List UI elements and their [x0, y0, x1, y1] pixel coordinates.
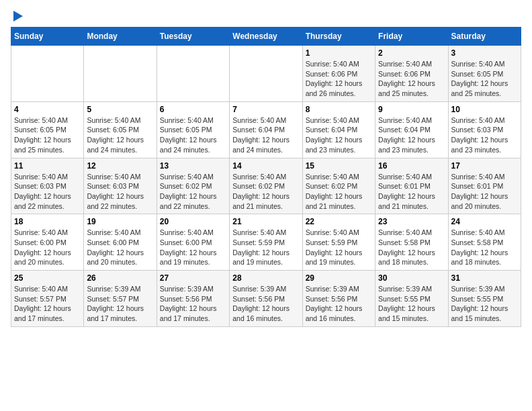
day-detail: Sunrise: 5:40 AM Sunset: 6:02 PM Dayligh…	[160, 172, 226, 212]
day-number: 7	[232, 105, 299, 114]
day-number: 8	[306, 105, 372, 114]
day-cell: 29Sunrise: 5:39 AM Sunset: 5:56 PM Dayli…	[302, 271, 375, 327]
day-detail: Sunrise: 5:40 AM Sunset: 6:03 PM Dayligh…	[451, 116, 518, 155]
day-number: 25	[14, 273, 81, 283]
day-cell: 16Sunrise: 5:40 AM Sunset: 6:01 PM Dayli…	[375, 158, 448, 214]
day-cell: 3Sunrise: 5:40 AM Sunset: 6:05 PM Daylig…	[448, 46, 521, 102]
day-number: 20	[160, 217, 226, 226]
header	[11, 11, 521, 21]
day-cell: 30Sunrise: 5:39 AM Sunset: 5:55 PM Dayli…	[375, 271, 448, 327]
day-cell	[84, 46, 157, 102]
day-detail: Sunrise: 5:40 AM Sunset: 6:06 PM Dayligh…	[378, 59, 445, 99]
day-number: 23	[378, 217, 445, 226]
day-number: 31	[451, 273, 518, 283]
day-number: 13	[160, 161, 226, 171]
day-detail: Sunrise: 5:39 AM Sunset: 5:55 PM Dayligh…	[378, 284, 445, 324]
day-detail: Sunrise: 5:40 AM Sunset: 6:05 PM Dayligh…	[160, 116, 226, 155]
day-header-wednesday: Wednesday	[230, 28, 302, 46]
day-cell: 13Sunrise: 5:40 AM Sunset: 6:02 PM Dayli…	[157, 158, 229, 214]
day-cell: 28Sunrise: 5:39 AM Sunset: 5:56 PM Dayli…	[230, 271, 302, 327]
day-detail: Sunrise: 5:40 AM Sunset: 6:05 PM Dayligh…	[14, 116, 81, 155]
day-cell: 5Sunrise: 5:40 AM Sunset: 6:05 PM Daylig…	[84, 101, 157, 158]
day-detail: Sunrise: 5:39 AM Sunset: 5:56 PM Dayligh…	[306, 284, 372, 324]
week-row-1: 1Sunrise: 5:40 AM Sunset: 6:06 PM Daylig…	[11, 46, 521, 102]
day-detail: Sunrise: 5:40 AM Sunset: 5:58 PM Dayligh…	[451, 228, 518, 267]
day-detail: Sunrise: 5:39 AM Sunset: 5:56 PM Dayligh…	[160, 284, 226, 324]
day-detail: Sunrise: 5:40 AM Sunset: 6:02 PM Dayligh…	[232, 172, 299, 212]
day-number: 21	[232, 217, 299, 226]
day-number: 27	[160, 273, 226, 283]
week-row-3: 11Sunrise: 5:40 AM Sunset: 6:03 PM Dayli…	[11, 158, 521, 214]
day-cell: 10Sunrise: 5:40 AM Sunset: 6:03 PM Dayli…	[448, 101, 521, 158]
day-cell: 15Sunrise: 5:40 AM Sunset: 6:02 PM Dayli…	[302, 158, 375, 214]
day-detail: Sunrise: 5:40 AM Sunset: 6:05 PM Dayligh…	[87, 116, 153, 155]
day-number: 15	[306, 161, 372, 171]
day-detail: Sunrise: 5:40 AM Sunset: 6:03 PM Dayligh…	[87, 172, 153, 212]
day-cell: 8Sunrise: 5:40 AM Sunset: 6:04 PM Daylig…	[302, 101, 375, 158]
logo	[11, 11, 23, 21]
day-detail: Sunrise: 5:40 AM Sunset: 6:02 PM Dayligh…	[306, 172, 372, 212]
day-number: 14	[232, 161, 299, 171]
day-cell: 26Sunrise: 5:39 AM Sunset: 5:57 PM Dayli…	[84, 271, 157, 327]
day-detail: Sunrise: 5:40 AM Sunset: 6:04 PM Dayligh…	[378, 116, 445, 155]
day-cell: 23Sunrise: 5:40 AM Sunset: 5:58 PM Dayli…	[375, 214, 448, 271]
day-detail: Sunrise: 5:40 AM Sunset: 5:57 PM Dayligh…	[14, 284, 81, 324]
week-row-4: 18Sunrise: 5:40 AM Sunset: 6:00 PM Dayli…	[11, 214, 521, 271]
day-detail: Sunrise: 5:40 AM Sunset: 6:01 PM Dayligh…	[451, 172, 518, 212]
day-detail: Sunrise: 5:39 AM Sunset: 5:56 PM Dayligh…	[232, 284, 299, 324]
day-cell: 31Sunrise: 5:39 AM Sunset: 5:55 PM Dayli…	[448, 271, 521, 327]
day-cell: 24Sunrise: 5:40 AM Sunset: 5:58 PM Dayli…	[448, 214, 521, 271]
day-number: 3	[451, 48, 518, 58]
week-row-5: 25Sunrise: 5:40 AM Sunset: 5:57 PM Dayli…	[11, 271, 521, 327]
day-number: 29	[306, 273, 372, 283]
day-cell: 11Sunrise: 5:40 AM Sunset: 6:03 PM Dayli…	[11, 158, 84, 214]
day-number: 9	[378, 105, 445, 114]
day-number: 10	[451, 105, 518, 114]
day-number: 1	[306, 48, 372, 58]
day-number: 5	[87, 105, 153, 114]
day-detail: Sunrise: 5:40 AM Sunset: 6:00 PM Dayligh…	[14, 228, 81, 267]
day-cell	[11, 46, 84, 102]
day-header-tuesday: Tuesday	[157, 28, 229, 46]
day-number: 22	[306, 217, 372, 226]
day-cell: 22Sunrise: 5:40 AM Sunset: 5:59 PM Dayli…	[302, 214, 375, 271]
day-header-saturday: Saturday	[448, 28, 521, 46]
day-detail: Sunrise: 5:40 AM Sunset: 6:06 PM Dayligh…	[306, 59, 372, 99]
day-cell: 19Sunrise: 5:40 AM Sunset: 6:00 PM Dayli…	[84, 214, 157, 271]
day-cell: 14Sunrise: 5:40 AM Sunset: 6:02 PM Dayli…	[230, 158, 302, 214]
logo-arrow-icon	[13, 11, 23, 21]
day-detail: Sunrise: 5:40 AM Sunset: 5:59 PM Dayligh…	[232, 228, 299, 267]
day-cell: 2Sunrise: 5:40 AM Sunset: 6:06 PM Daylig…	[375, 46, 448, 102]
day-header-sunday: Sunday	[11, 28, 84, 46]
day-cell: 6Sunrise: 5:40 AM Sunset: 6:05 PM Daylig…	[157, 101, 229, 158]
calendar-body: 1Sunrise: 5:40 AM Sunset: 6:06 PM Daylig…	[11, 46, 521, 327]
day-cell: 25Sunrise: 5:40 AM Sunset: 5:57 PM Dayli…	[11, 271, 84, 327]
day-cell: 18Sunrise: 5:40 AM Sunset: 6:00 PM Dayli…	[11, 214, 84, 271]
day-detail: Sunrise: 5:40 AM Sunset: 6:01 PM Dayligh…	[378, 172, 445, 212]
day-header-friday: Friday	[375, 28, 448, 46]
day-number: 6	[160, 105, 226, 114]
day-number: 26	[87, 273, 153, 283]
day-detail: Sunrise: 5:40 AM Sunset: 6:00 PM Dayligh…	[160, 228, 226, 267]
day-number: 28	[232, 273, 299, 283]
day-number: 24	[451, 217, 518, 226]
day-header-row: SundayMondayTuesdayWednesdayThursdayFrid…	[11, 28, 521, 46]
day-number: 11	[14, 161, 81, 171]
day-cell: 27Sunrise: 5:39 AM Sunset: 5:56 PM Dayli…	[157, 271, 229, 327]
day-detail: Sunrise: 5:40 AM Sunset: 6:04 PM Dayligh…	[306, 116, 372, 155]
day-cell	[230, 46, 302, 102]
day-number: 2	[378, 48, 445, 58]
day-detail: Sunrise: 5:40 AM Sunset: 5:59 PM Dayligh…	[306, 228, 372, 267]
day-cell: 4Sunrise: 5:40 AM Sunset: 6:05 PM Daylig…	[11, 101, 84, 158]
day-number: 18	[14, 217, 81, 226]
week-row-2: 4Sunrise: 5:40 AM Sunset: 6:05 PM Daylig…	[11, 101, 521, 158]
day-cell: 7Sunrise: 5:40 AM Sunset: 6:04 PM Daylig…	[230, 101, 302, 158]
day-detail: Sunrise: 5:39 AM Sunset: 5:55 PM Dayligh…	[451, 284, 518, 324]
day-detail: Sunrise: 5:40 AM Sunset: 6:00 PM Dayligh…	[87, 228, 153, 267]
day-number: 30	[378, 273, 445, 283]
day-number: 12	[87, 161, 153, 171]
calendar-table: SundayMondayTuesdayWednesdayThursdayFrid…	[11, 27, 521, 327]
day-cell: 17Sunrise: 5:40 AM Sunset: 6:01 PM Dayli…	[448, 158, 521, 214]
day-number: 16	[378, 161, 445, 171]
day-detail: Sunrise: 5:40 AM Sunset: 6:04 PM Dayligh…	[232, 116, 299, 155]
